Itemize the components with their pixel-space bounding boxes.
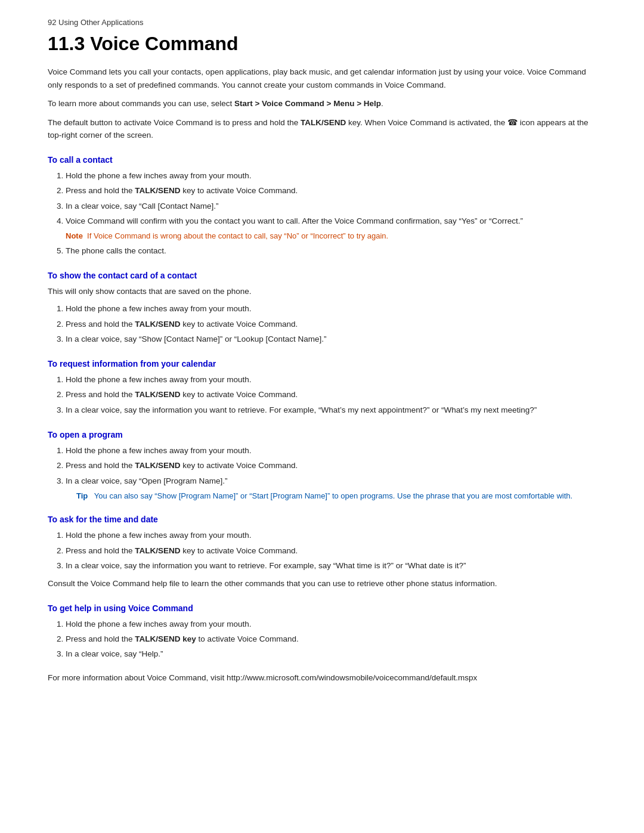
note-block: Note If Voice Command is wrong about the… [66, 230, 596, 242]
list-item: Hold the phone a few inches away from yo… [66, 529, 596, 542]
list-item: Press and hold the TALK/SEND key to acti… [66, 184, 596, 197]
steps-get-help: Hold the phone a few inches away from yo… [66, 618, 596, 661]
list-item: Press and hold the TALK/SEND key to acti… [66, 388, 596, 401]
section-get-help: To get help in using Voice Command Hold … [48, 603, 596, 661]
intro-paragraph-1: Voice Command lets you call your contact… [48, 66, 596, 91]
intro-paragraph-2: To learn more about commands you can use… [48, 97, 596, 110]
list-item: Press and hold the TALK/SEND key to acti… [66, 544, 596, 558]
steps-time-date: Hold the phone a few inches away from yo… [66, 529, 596, 572]
list-item: In a clear voice, say “Call [Contact Nam… [66, 200, 596, 213]
section-heading-call-contact: To call a contact [48, 155, 596, 165]
steps-open-program: Hold the phone a few inches away from yo… [66, 444, 596, 501]
section-show-contact-card: To show the contact card of a contact Th… [48, 271, 596, 346]
list-item: Voice Command will confirm with you the … [66, 215, 596, 242]
section-heading-calendar-info: To request information from your calenda… [48, 359, 596, 368]
intro-paragraph-3: The default button to activate Voice Com… [48, 116, 596, 142]
section-call-contact: To call a contact Hold the phone a few i… [48, 155, 596, 258]
steps-call-contact: Hold the phone a few inches away from yo… [66, 169, 596, 258]
list-item: In a clear voice, say “Show [Contact Nam… [66, 333, 596, 346]
section-open-program: To open a program Hold the phone a few i… [48, 430, 596, 501]
breadcrumb: 92 Using Other Applications [48, 18, 596, 27]
section-heading-open-program: To open a program [48, 430, 596, 439]
footer-text: For more information about Voice Command… [48, 671, 596, 685]
section-heading-time-date: To ask for the time and date [48, 515, 596, 524]
list-item: In a clear voice, say “Help.” [66, 648, 596, 661]
page-wrapper: 92 Using Other Applications 11.3 Voice C… [48, 18, 596, 685]
list-item: Hold the phone a few inches away from yo… [66, 373, 596, 386]
post-text-time-date: Consult the Voice Command help file to l… [48, 577, 596, 590]
section-calendar-info: To request information from your calenda… [48, 359, 596, 417]
tip-block: Tip You can also say “Show [Program Name… [76, 490, 596, 502]
list-item: Hold the phone a few inches away from yo… [66, 169, 596, 182]
section-sub-text-contact-card: This will only show contacts that are sa… [48, 285, 596, 298]
section-heading-get-help: To get help in using Voice Command [48, 603, 596, 613]
list-item: Hold the phone a few inches away from yo… [66, 444, 596, 457]
list-item: Hold the phone a few inches away from yo… [66, 618, 596, 631]
list-item: In a clear voice, say the information yo… [66, 559, 596, 572]
section-time-date: To ask for the time and date Hold the ph… [48, 515, 596, 590]
list-item: Press and hold the TALK/SEND key to acti… [66, 318, 596, 331]
list-item: In a clear voice, say the information yo… [66, 404, 596, 417]
steps-show-contact-card: Hold the phone a few inches away from yo… [66, 302, 596, 346]
steps-calendar-info: Hold the phone a few inches away from yo… [66, 373, 596, 417]
list-item: Press and hold the TALK/SEND key to acti… [66, 633, 596, 646]
page-title: 11.3 Voice Command [48, 33, 596, 55]
list-item: In a clear voice, say “Open [Program Nam… [66, 475, 596, 502]
section-heading-show-contact-card: To show the contact card of a contact [48, 271, 596, 280]
list-item: The phone calls the contact. [66, 244, 596, 258]
list-item: Press and hold the TALK/SEND key to acti… [66, 459, 596, 472]
list-item: Hold the phone a few inches away from yo… [66, 302, 596, 315]
